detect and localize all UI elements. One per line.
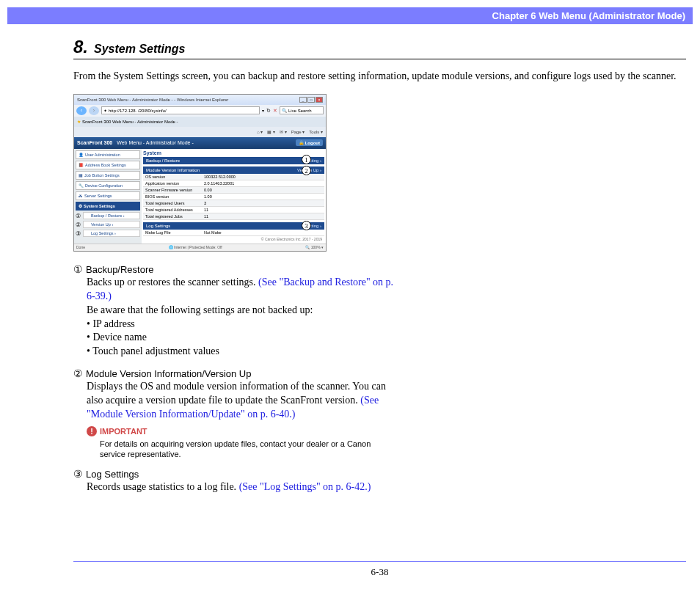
toolbar-page: Page ▾ [291,129,305,134]
gear-icon: ⚙ [79,204,82,208]
tab-title: ScanFront 300 Web Menu - Administrator M… [82,120,178,124]
table-row: OS version100322.512.0000 [143,174,324,180]
item-log-settings: ③ Log Settings Records usage statistics … [73,468,396,494]
logout-label: Logout [305,141,320,145]
callout-1: 1 [302,155,311,164]
sidebar-label: Job Button Settings [84,173,120,178]
ie-toolbar: ⌂ ▾ ▦ ▾ ✉ ▾ Page ▾ Tools ▾ [74,127,326,137]
page-number: 6-38 [371,566,389,577]
panel-bar-module: Module Version Information Version Up › [143,167,324,174]
embedded-screenshot: ScanFront 300 Web Menu - Administrator M… [73,94,327,252]
bullet-item: Device name [87,331,396,345]
sidebar-sub-backup: Backup / Restore › [83,212,140,219]
maximize-icon: □ [307,97,315,103]
page-favicon-icon: ✦ [103,107,107,114]
item-module-version: ② Module Version Information/Version Up … [73,367,396,459]
panel-bar-backup: Backup / Restore Setting › [143,157,324,164]
callout-mark-1: ① [76,212,83,219]
item-text: Records usage statistics to a log file. [87,481,239,492]
sidebar-label: User Administration [85,153,120,157]
wrench-icon: 🔧 [79,183,84,188]
main-area: System Backup / Restore Setting › Module… [142,149,326,244]
cross-ref-link[interactable]: (See "Log Settings" on p. 6-42.) [239,481,371,492]
table-row: Total registered Addresses11 [143,207,324,213]
bullet-item: IP address [87,318,396,332]
app-product: ScanFront 300 [77,140,112,145]
page-footer: 6-38 [73,561,686,578]
sidebar-item-device-config: 🔧Device Configuration [76,181,140,190]
page-content: 8. System Settings From the System Setti… [73,37,686,503]
app-chrome: ScanFront 300 Web Menu - Administrator M… [74,137,326,244]
row-value: 0.00 [202,187,324,193]
close-icon: × [316,97,323,103]
ie-titlebar: ScanFront 300 Web Menu - Administrator M… [74,95,326,105]
search-hint: Live Search [288,107,312,114]
sidebar-item-job-button: ▦Job Button Settings [76,171,140,180]
row-value: 1.00 [202,194,324,200]
sidebar-sub-version: Version Up › [83,221,140,228]
sidebar-label: Device Configuration [85,183,123,188]
table-row: Total registered Users3 [143,200,324,207]
row-label: OS version [143,174,202,180]
section-number: 8. [73,37,88,56]
row-label: Application version [143,180,202,186]
sidebar-label: System Settings [84,204,115,208]
sidebar-sub-log: Log Settings › [83,230,140,237]
back-icon: ‹ [76,106,87,115]
sidebar-item-address-book: 📕Address Book Settings [76,161,140,169]
row-label: BIOS version [143,194,202,200]
chapter-header: Chapter 6 Web Menu (Administrator Mode) [7,7,693,24]
callout-mark-3: ③ [76,230,83,237]
favorite-icon: ★ [77,119,81,124]
info-table: OS version100322.512.0000 Application ve… [143,174,324,220]
panel-bar-log: Log Settings Setting › [143,222,324,230]
row-label: Scanner Firmware version [143,187,202,193]
item-text: Backs up or restores the scanner setting… [87,277,258,288]
book-icon: 📕 [79,163,84,167]
address-bar: ✦ http://172.128. /20/80/sysinfo/ [101,106,260,114]
sidebar-item-user-admin: 👤User Administration [76,150,140,159]
item-title: Log Settings [86,469,139,480]
sidebar-item-system-settings: ⚙System Settings [76,202,140,211]
important-text: For details on acquiring version update … [100,439,396,460]
sidebar-label: Address Book Settings [85,163,126,167]
important-icon: ! [87,426,97,436]
table-row: Total registered Jobs11 [143,213,324,220]
address-bar-row: ‹ › ✦ http://172.128. /20/80/sysinfo/ ▾ … [74,105,326,117]
item-marker: ① [73,263,83,276]
sidebar-label: Server Settings [84,194,112,198]
sidebar-item-server: 🖧Server Settings [76,191,140,200]
table-row: BIOS version1.00 [143,194,324,200]
item-marker: ② [73,367,83,380]
status-bar: Done 🌐 Internet | Protected Mode: Off 🔍 … [74,244,326,251]
item-backup-restore: ① Backup/Restore Backs up or restores th… [73,263,396,359]
status-done: Done [76,245,85,249]
callout-mark-2: ② [76,221,83,228]
job-icon: ▦ [79,173,83,178]
minimize-icon: _ [299,97,307,103]
panel-heading-system: System [143,150,324,156]
section-title: 8. System Settings [73,37,686,59]
row-value: Not Make [202,230,324,235]
row-label: Make Log File [143,230,202,235]
panel-bar-label: Module Version Information [146,168,200,172]
panel-bar-label: Backup / Restore [146,158,180,163]
row-label: Total registered Users [143,200,202,206]
logout-button: 🔒 Logout [296,139,323,146]
item-title: Module Version Information/Version Up [86,368,251,379]
row-label: Total registered Jobs [143,213,202,219]
user-icon: 👤 [79,153,84,157]
window-title: ScanFront 300 Web Menu - Administrator M… [77,98,228,102]
callout-3: 3 [302,221,311,230]
item-title: Backup/Restore [86,264,154,275]
mail-icon: ✉ ▾ [280,129,287,134]
item-text: Be aware that the following settings are… [87,304,396,318]
home-icon: ⌂ ▾ [257,129,263,134]
table-row: Scanner Firmware version0.00 [143,187,324,194]
internet-icon: 🌐 [169,245,173,249]
callout-2: 2 [302,166,311,175]
forward-icon: › [89,106,99,115]
browser-tab: ★ ScanFront 300 Web Menu - Administrator… [74,117,326,127]
status-mode: Internet | Protected Mode: Off [174,245,222,249]
url-text: http://172.128. /20/80/sysinfo/ [109,107,167,114]
